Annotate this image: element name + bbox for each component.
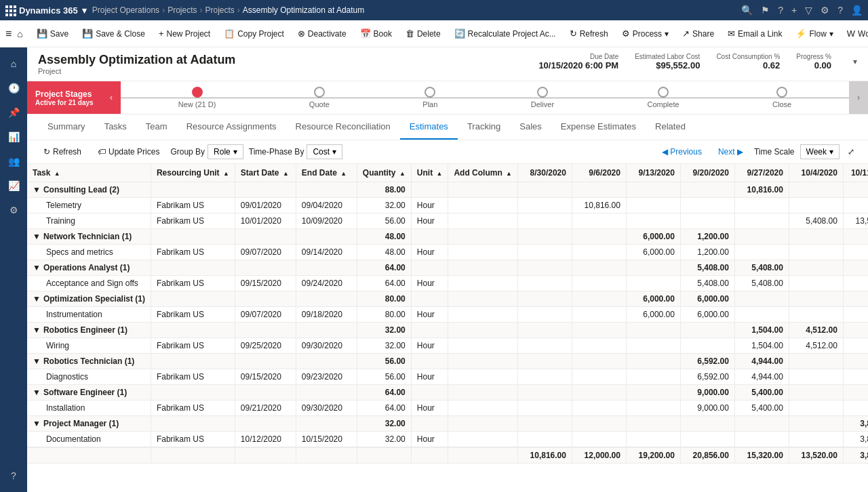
stage-bar: Project Stages Active for 21 days ‹ New … [27, 81, 868, 115]
flag-icon[interactable]: ⚑ [761, 5, 770, 16]
process-button[interactable]: ⚙ Process ▾ [616, 26, 674, 41]
previous-button[interactable]: ◀ Previous [656, 145, 707, 159]
word-templates-button[interactable]: W Word Templates ▾ [842, 26, 868, 41]
delete-icon: 🗑 [406, 28, 414, 39]
expand-chevron[interactable]: ▼ [33, 388, 41, 397]
stage-next-btn[interactable]: › [849, 81, 868, 114]
stage-node-complete[interactable]: Complete [648, 87, 679, 108]
expand-chevron[interactable]: ▼ [33, 185, 41, 194]
task-name: Specs and metrics [27, 245, 151, 260]
flow-button[interactable]: ⚡ Flow ▾ [790, 26, 838, 41]
stage-node-new[interactable]: New (21 D) [178, 87, 216, 108]
process-chevron: ▾ [665, 29, 669, 39]
table-row: Telemetry Fabrikam US 09/01/2020 09/04/2… [27, 198, 868, 213]
col-add-column[interactable]: Add Column ▲ [448, 164, 518, 182]
new-project-button[interactable]: + New Project [153, 26, 216, 41]
app-name: Dynamics 365 [19, 5, 78, 16]
expand-chevron[interactable]: ▼ [33, 325, 41, 335]
tab-resource-assignments[interactable]: Resource Assignments [177, 115, 286, 140]
table-header-row: Task ▲ Resourcing Unit ▲ Start Date ▲ En… [27, 164, 868, 182]
col-task: Task ▲ [27, 164, 151, 182]
table-row: ▼Software Engineer (1) 64.00 9,000.005,4… [27, 385, 868, 401]
col-9-27: 9/27/2020 [734, 164, 789, 182]
next-button[interactable]: Next ▶ [713, 145, 749, 159]
command-bar: ≡ ⌂ 💾 Save 💾 Save & Close + New Project … [0, 20, 868, 47]
col-10-11: 10/11/2020 [843, 164, 868, 182]
stage-prev-btn[interactable]: ‹ [102, 81, 121, 114]
col-end-date: End Date ▲ [296, 164, 357, 182]
tab-resource-reconciliation[interactable]: Resource Reconciliation [286, 115, 400, 140]
user-icon[interactable]: 👤 [851, 5, 863, 16]
time-scale-dropdown[interactable]: Week ▾ [800, 144, 840, 159]
group-name: ▼Operations Analyst (1) [27, 260, 151, 276]
group-by-dropdown[interactable]: Role ▾ [208, 144, 243, 159]
time-phase-dropdown[interactable]: Cost ▾ [307, 144, 342, 159]
refresh-cmd-button[interactable]: ↻ Refresh [564, 26, 614, 41]
expand-chevron[interactable]: ▼ [33, 294, 41, 304]
group-name: ▼Consulting Lead (2) [27, 182, 151, 198]
recalculate-button[interactable]: 🔄 Recalculate Project Ac... [449, 26, 561, 41]
stage-circle-new [192, 87, 203, 98]
tab-tasks[interactable]: Tasks [95, 115, 136, 140]
tab-related[interactable]: Related [646, 115, 695, 140]
tab-tracking[interactable]: Tracking [458, 115, 510, 140]
stage-node-deliver[interactable]: Deliver [531, 87, 554, 108]
active-stage-subtitle: Active for 21 days [35, 99, 94, 106]
table-body: ▼Consulting Lead (2) 88.00 10,816.00 Tel… [27, 182, 868, 464]
settings-icon[interactable]: ⚙ [821, 5, 829, 16]
sidebar-item-home[interactable]: ⌂ [3, 53, 24, 75]
sidebar-item-reports[interactable]: 📈 [3, 175, 24, 197]
expand-chevron[interactable]: ▼ [33, 356, 41, 366]
refresh-cmd-icon: ↻ [570, 28, 577, 39]
filter-icon[interactable]: ▽ [805, 5, 812, 16]
help-icon[interactable]: ? [778, 5, 783, 16]
update-prices-button[interactable]: 🏷 Update Prices [92, 144, 165, 159]
deactivate-button[interactable]: ⊗ Deactivate [292, 26, 352, 41]
tab-estimates[interactable]: Estimates [400, 115, 458, 140]
email-button[interactable]: ✉ Email a Link [722, 26, 787, 41]
time-phase-control: Time-Phase By Cost ▾ [249, 144, 342, 159]
tab-summary[interactable]: Summary [38, 115, 95, 140]
stage-node-close[interactable]: Close [772, 87, 791, 108]
app-logo[interactable]: Dynamics 365 ▾ [5, 5, 87, 16]
tab-team[interactable]: Team [136, 115, 177, 140]
home-icon[interactable]: ⌂ [17, 28, 22, 39]
copy-project-button[interactable]: 📋 Copy Project [218, 26, 290, 41]
refresh-icon: ↻ [43, 147, 50, 157]
menu-icon[interactable]: ≡ [5, 28, 12, 40]
expand-chevron[interactable]: ▼ [33, 232, 41, 241]
table-row: ▼Robotics Technician (1) 56.00 6,592.004… [27, 354, 868, 369]
delete-button[interactable]: 🗑 Delete [400, 26, 446, 41]
save-button[interactable]: 💾 Save [31, 26, 74, 41]
tab-sales[interactable]: Sales [510, 115, 551, 140]
expand-timeline-button[interactable]: ⤢ [845, 146, 857, 158]
group-name: ▼Project Manager (1) [27, 416, 151, 432]
expand-chevron[interactable]: ▼ [33, 263, 41, 272]
plus-icon[interactable]: + [791, 5, 797, 16]
group-by-chevron: ▾ [233, 147, 237, 157]
project-title: Assembly Optimization at Adatum [38, 53, 235, 67]
stage-node-plan[interactable]: Plan [422, 87, 437, 108]
book-button[interactable]: 📅 Book [355, 26, 397, 41]
sidebar-item-pinned[interactable]: 📌 [3, 102, 24, 123]
sidebar-item-resources[interactable]: 👥 [3, 150, 24, 172]
question-icon[interactable]: ? [837, 5, 843, 16]
flow-chevron: ▾ [829, 29, 833, 39]
save-close-button[interactable]: 💾 Save & Close [77, 26, 151, 41]
sidebar-item-settings[interactable]: ⚙ [3, 199, 24, 221]
share-icon: ↗ [682, 28, 690, 39]
nav-icons: 🔍 ⚑ ? + ▽ ⚙ ? 👤 [741, 5, 863, 16]
stage-circle-plan [425, 87, 435, 98]
share-button[interactable]: ↗ Share [677, 26, 719, 41]
tab-expense-estimates[interactable]: Expense Estimates [551, 115, 646, 140]
stage-node-quote[interactable]: Quote [309, 87, 330, 108]
search-icon[interactable]: 🔍 [741, 5, 753, 16]
sidebar-item-help[interactable]: ? [3, 465, 24, 487]
sidebar-item-recent[interactable]: 🕐 [3, 77, 24, 99]
expand-chevron[interactable]: ▼ [33, 419, 41, 428]
sidebar-item-projects[interactable]: 📊 [3, 126, 24, 148]
expand-icon[interactable]: ▾ [853, 57, 857, 66]
task-name: Wiring [27, 338, 151, 354]
group-name: ▼Network Technician (1) [27, 229, 151, 245]
refresh-button[interactable]: ↻ Refresh [38, 144, 87, 159]
